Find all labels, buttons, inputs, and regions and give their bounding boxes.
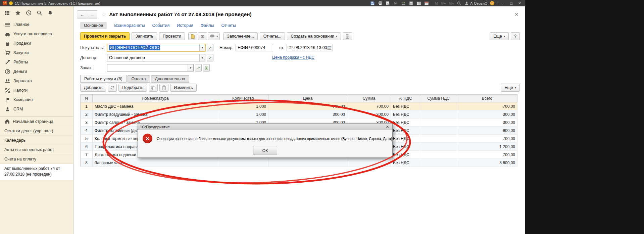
chevron-down-icon[interactable]: ▼ — [188, 64, 193, 71]
post-and-close-button[interactable]: Провести и закрыть — [80, 32, 130, 40]
print-button[interactable]: ▾ — [208, 32, 220, 40]
sidebar-item-raboty[interactable]: Работы — [0, 57, 73, 67]
panel-item-invoices[interactable]: Счета на оплату — [0, 154, 73, 164]
calendar-icon[interactable] — [327, 44, 332, 51]
col-n[interactable]: N — [81, 95, 93, 102]
window-close-button[interactable]: × — [517, 1, 523, 6]
print-preview-icon[interactable] — [386, 1, 391, 6]
print-icon[interactable] — [378, 1, 383, 6]
window-titlebar[interactable]: 1С 1С:Предприятие 8. Автосервис (1С:Пред… — [0, 0, 525, 6]
chevron-down-icon[interactable]: ▼ — [199, 54, 205, 61]
sidebar-active-document[interactable]: Акт выполненных работ 74 от 27.08.2018 (… — [0, 164, 73, 180]
tab-works-services[interactable]: Работы и услуги (8) — [80, 75, 127, 83]
open-order-button[interactable]: ↗ — [195, 64, 202, 72]
history-icon[interactable] — [26, 10, 32, 16]
col-vat-sum[interactable]: Сумма НДС — [420, 95, 457, 102]
col-vat-percent[interactable]: % НДС — [391, 95, 420, 102]
tab-reports[interactable]: Отчеты — [221, 23, 236, 28]
dialog-close-button[interactable]: ✕ — [385, 124, 390, 129]
table-more-button[interactable]: Еще▾ — [501, 84, 520, 92]
panel-item-calendar[interactable]: Календарь — [0, 136, 73, 145]
functions-menu-icon[interactable] — [4, 10, 10, 16]
dialog-titlebar[interactable]: 1С:Предприятие ✕ — [138, 124, 392, 130]
info-icon[interactable]: i — [490, 1, 494, 5]
paste-row-button[interactable] — [159, 84, 168, 92]
open-customer-button[interactable]: ↗ — [207, 44, 213, 51]
back-button[interactable]: ← — [77, 10, 87, 18]
notifications-bell-icon[interactable] — [47, 10, 53, 16]
edit-row-button[interactable]: Изменить — [170, 84, 196, 92]
forward-button[interactable]: → — [87, 10, 97, 18]
tab-main[interactable]: Основное — [80, 22, 107, 29]
send-mail-icon[interactable]: ✉ — [393, 1, 398, 6]
post-button[interactable]: Провести — [159, 32, 185, 40]
exchange-icon[interactable] — [401, 1, 406, 6]
sidebar-item-dengi[interactable]: Деньги — [0, 67, 73, 76]
table-row[interactable]: 2Фильтр воздушный - замена1,000300,00300… — [81, 110, 517, 119]
search-icon[interactable] — [37, 10, 43, 16]
contract-input[interactable]: Основной договор ▼ — [107, 54, 205, 61]
panel-item-home[interactable]: Начальная страница — [0, 117, 73, 126]
sidebar-item-uslugi-avtoservisa[interactable]: Услуги автосервиса — [0, 29, 73, 39]
calculator-icon[interactable] — [409, 1, 414, 6]
col-nomenclature[interactable]: Номенклатура — [93, 95, 218, 102]
price-type-link[interactable]: Цена продажи • с НДС — [272, 55, 314, 60]
number-input[interactable]: НФФР-000074 — [236, 44, 273, 51]
sidebar-item-zakupki[interactable]: Закупки — [0, 48, 73, 57]
open-contract-button[interactable]: ↗ — [207, 54, 213, 61]
attached-files-button[interactable] — [188, 32, 197, 40]
tab-events[interactable]: События — [152, 23, 170, 28]
create-based-on-button[interactable]: Создать на основании▾ — [287, 32, 341, 40]
calc-memory-button[interactable]: М — [435, 1, 438, 5]
quick-menu-icon[interactable] — [9, 1, 13, 5]
tab-files[interactable]: Файлы — [201, 23, 214, 28]
sidebar-item-nalogi[interactable]: Налоги — [0, 86, 73, 95]
sidebar-item-glavnoe[interactable]: Главное — [0, 20, 73, 29]
save-button[interactable]: Записать — [132, 32, 157, 40]
minimize-button[interactable]: – — [500, 1, 506, 5]
tab-payment[interactable]: Оплата — [128, 75, 150, 83]
calendar-icon[interactable] — [424, 1, 429, 6]
col-total[interactable]: Всего — [457, 95, 517, 102]
help-button[interactable]: ? — [511, 32, 520, 40]
zoom-icon[interactable] — [457, 1, 462, 6]
chevron-down-icon[interactable]: ▼ — [199, 44, 205, 51]
fill-button[interactable]: Заполнение... — [223, 32, 257, 40]
sidebar-item-kompaniya[interactable]: Компания — [0, 95, 73, 104]
favorites-star-icon[interactable] — [15, 10, 21, 16]
col-sum[interactable]: Сумма — [347, 95, 391, 102]
panel-item-acts[interactable]: Акты выполненных работ — [0, 145, 73, 154]
table-icon[interactable] — [416, 1, 422, 6]
send-email-button[interactable]: ✉ — [198, 32, 207, 40]
edo-document-button[interactable] — [343, 32, 352, 40]
move-rows-button[interactable] — [108, 84, 117, 92]
sidebar-item-crm[interactable]: CRM — [0, 104, 73, 114]
customer-input[interactable]: ИЦ ЭНЕРГОСТРОЙ ООО ▼ — [107, 44, 205, 51]
reports-button[interactable]: Отчеты... — [260, 32, 285, 40]
order-input[interactable]: ▼ — [107, 64, 194, 72]
create-order-button[interactable] — [203, 64, 210, 72]
table-row[interactable]: 1Масло ДВС - замена1,000700,00700,00Без … — [81, 102, 517, 110]
tab-settlements[interactable]: Взаиморасчеты — [114, 23, 145, 28]
sidebar-item-prodazhi[interactable]: Продажи — [0, 39, 73, 48]
pick-button[interactable]: Подобрать — [118, 84, 147, 92]
panel-item-cash-balance[interactable]: Остатки денег (упр. вал.) — [0, 126, 73, 136]
col-quantity[interactable]: Количество — [218, 95, 268, 102]
date-input[interactable]: 27.08.2018 16:13:00 — [287, 44, 333, 51]
save-icon[interactable] — [370, 1, 375, 6]
add-row-button[interactable]: Добавить — [80, 84, 106, 92]
calc-memory-plus-button[interactable]: М+ — [441, 1, 446, 5]
tab-history[interactable]: История — [177, 23, 193, 28]
current-user[interactable]: А-СервиС — [464, 1, 487, 5]
tab-additional[interactable]: Дополнительно — [151, 75, 189, 83]
col-price[interactable]: Цена — [268, 95, 347, 102]
table-row[interactable]: 8Запасные частиБез НДС8 600,00 — [81, 159, 517, 167]
maximize-button[interactable]: □ — [508, 1, 514, 5]
calc-memory-minus-button[interactable]: М− — [449, 1, 454, 5]
ok-button[interactable]: ОК — [253, 147, 277, 154]
sidebar-item-zarplata[interactable]: Зарплата — [0, 76, 73, 86]
close-document-button[interactable]: ✕ — [513, 11, 520, 18]
more-button[interactable]: Еще▾ — [490, 32, 509, 40]
favorite-star-icon[interactable]: ☆ — [101, 11, 106, 18]
copy-row-button[interactable] — [149, 84, 158, 92]
